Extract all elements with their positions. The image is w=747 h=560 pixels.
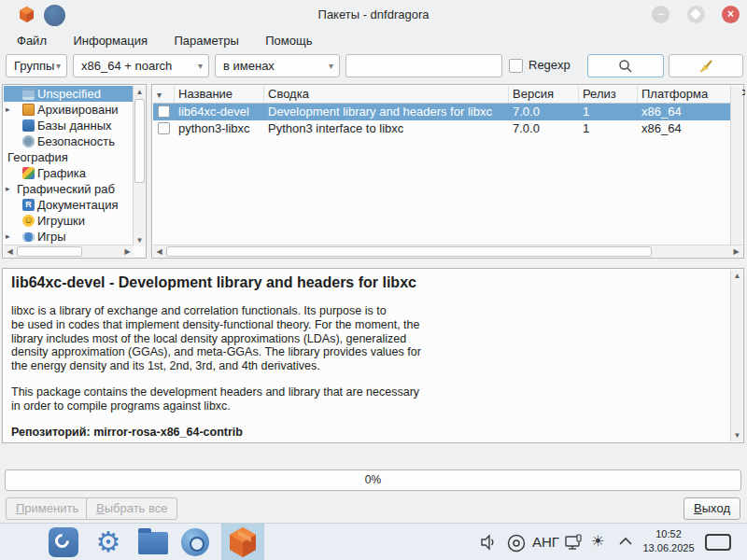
maximize-button[interactable] bbox=[687, 6, 705, 23]
sidebar-item-graphical-desktop[interactable]: ▸ Графический раб bbox=[4, 181, 134, 197]
database-icon bbox=[22, 119, 35, 132]
browser-button[interactable] bbox=[181, 527, 211, 557]
sidebar-item-security[interactable]: Безопасность bbox=[4, 133, 134, 149]
browser-icon bbox=[181, 528, 209, 556]
sidebar-item-geography[interactable]: География bbox=[4, 149, 134, 165]
apply-button[interactable]: Применить bbox=[6, 497, 89, 520]
apply-button-mnemonic: П bbox=[16, 501, 24, 515]
sidebar-item-documentation[interactable]: R Документация bbox=[4, 197, 134, 213]
volume-icon[interactable] bbox=[479, 533, 498, 552]
select-all-button[interactable]: Выбрать все bbox=[86, 497, 177, 520]
scroll-right-icon[interactable]: ▶ bbox=[121, 245, 134, 258]
cell-platform: x86_64 bbox=[638, 120, 735, 137]
tree-horizontal-scrollbar[interactable]: ◀ ▶ bbox=[4, 245, 134, 257]
select-all-button-mnemonic: В bbox=[96, 501, 105, 515]
scroll-left-icon[interactable]: ◀ bbox=[4, 245, 16, 258]
table-hscrollbar-thumb[interactable] bbox=[166, 246, 652, 257]
table-header: ▾ Название Сводка Версия Релиз Платформа… bbox=[153, 86, 742, 104]
sort-arrow-icon: ▾ bbox=[157, 90, 162, 100]
sidebar-item-archiving[interactable]: ▸ Архивировани bbox=[4, 102, 134, 118]
scroll-down-icon[interactable]: ▼ bbox=[134, 234, 146, 246]
package-details-panel: lib64xc-devel - Development library and … bbox=[2, 268, 744, 443]
show-desktop-button[interactable] bbox=[705, 534, 731, 551]
regexp-label: Regexp bbox=[529, 58, 571, 72]
table-horizontal-scrollbar[interactable]: ◀ ▶ bbox=[153, 245, 742, 257]
scroll-right-icon[interactable]: ▶ bbox=[730, 245, 742, 258]
launcher-button[interactable] bbox=[49, 527, 78, 557]
chevron-down-icon: ▾ bbox=[56, 55, 61, 77]
cell-release: 1 bbox=[579, 104, 638, 120]
column-header-version[interactable]: Версия bbox=[509, 86, 579, 103]
sidebar-item-games[interactable]: ▸ Игры bbox=[4, 229, 134, 245]
scroll-left-icon[interactable]: ◀ bbox=[153, 245, 165, 258]
folder-icon bbox=[138, 532, 168, 554]
expander-icon[interactable]: ▸ bbox=[6, 102, 10, 118]
table-row[interactable]: lib64xc-devel Development library and he… bbox=[153, 104, 730, 120]
file-manager-button[interactable] bbox=[138, 527, 168, 557]
keyboard-layout-indicator[interactable]: АНГ bbox=[532, 534, 559, 550]
dnfdragora-task-button[interactable] bbox=[228, 527, 258, 557]
scroll-down-icon[interactable]: ▼ bbox=[731, 429, 743, 441]
menu-file[interactable]: Файл bbox=[13, 32, 50, 49]
tree-vertical-scrollbar[interactable]: ▲ ▼ bbox=[133, 86, 145, 246]
clock[interactable]: 10:52 13.06.2025 bbox=[642, 527, 695, 555]
tree-hscrollbar-thumb[interactable] bbox=[17, 246, 82, 257]
regexp-checkbox[interactable] bbox=[509, 59, 523, 73]
details-title: lib64xc-devel - Development library and … bbox=[11, 274, 716, 291]
sidebar-item-databases[interactable]: Базы данных bbox=[4, 118, 134, 133]
settings-button[interactable]: ⚙ bbox=[93, 527, 123, 557]
brush-icon bbox=[698, 58, 714, 75]
sidebar-item-label: Игры bbox=[37, 230, 66, 244]
tree-scrollbar-thumb[interactable] bbox=[134, 99, 145, 183]
sidebar-item-label: Игрушки bbox=[37, 214, 85, 228]
row-checkbox[interactable] bbox=[158, 122, 170, 134]
minimize-button[interactable]: − bbox=[652, 6, 669, 23]
table-vertical-scrollbar[interactable] bbox=[730, 86, 742, 245]
row-checkbox[interactable] bbox=[158, 105, 170, 118]
sidebar-item-unspecified[interactable]: Unspecified bbox=[4, 86, 134, 102]
menu-help[interactable]: Помощь bbox=[261, 32, 316, 49]
menu-information[interactable]: Информация bbox=[69, 32, 151, 49]
expander-icon[interactable]: ▸ bbox=[6, 181, 10, 197]
sidebar-item-label: Unspecified bbox=[37, 87, 101, 101]
progress-value: 0% bbox=[365, 473, 381, 486]
details-description-2: This package contains the development he… bbox=[11, 385, 716, 413]
sidebar-item-label: Базы данных bbox=[37, 119, 112, 133]
sidebar-item-label: Графика bbox=[37, 166, 86, 180]
sidebar-item-toys[interactable]: ☺ Игрушки bbox=[4, 213, 134, 229]
group-tree: Unspecified ▸ Архивировани Базы данных Б… bbox=[4, 86, 134, 245]
sidebar-item-label: География bbox=[7, 150, 68, 164]
sidebar-item-graphics[interactable]: Графика bbox=[4, 165, 134, 181]
details-vertical-scrollbar[interactable]: ▲ ▼ bbox=[730, 270, 742, 441]
column-header-name[interactable]: Название bbox=[175, 86, 264, 103]
smiley-icon: ☺ bbox=[22, 215, 35, 227]
scroll-up-icon[interactable]: ▲ bbox=[134, 86, 146, 98]
close-button[interactable]: × bbox=[722, 6, 740, 23]
details-description: libxc is a library of exchange and corre… bbox=[11, 304, 716, 373]
match-field-combo[interactable]: в именах ▾ bbox=[215, 54, 340, 77]
menu-options[interactable]: Параметры bbox=[170, 32, 242, 49]
brightness-icon[interactable]: ☀ bbox=[591, 532, 604, 550]
package-table-panel: ▾ Название Сводка Версия Релиз Платформа… bbox=[151, 84, 744, 259]
table-row[interactable]: python3-libxc Python3 interface to libxc… bbox=[153, 120, 730, 137]
arch-filter-combo[interactable]: x86_64 + noarch ▾ bbox=[73, 54, 209, 77]
search-icon bbox=[617, 58, 634, 75]
column-header-release[interactable]: Релиз bbox=[579, 86, 638, 103]
search-input[interactable] bbox=[345, 54, 502, 77]
close-icon: × bbox=[727, 7, 734, 21]
column-header-select[interactable]: ▾ bbox=[153, 86, 175, 103]
maximize-icon bbox=[690, 8, 700, 19]
column-header-platform[interactable]: Платформа bbox=[638, 86, 735, 103]
column-header-summary[interactable]: Сводка bbox=[264, 86, 509, 103]
search-button[interactable] bbox=[587, 54, 664, 77]
filter-groups-combo[interactable]: Группы ▾ bbox=[6, 54, 67, 77]
quit-button[interactable]: Выход bbox=[684, 497, 740, 520]
sidebar-item-label: Архивировани bbox=[37, 103, 119, 117]
clock-time: 10:52 bbox=[642, 527, 695, 541]
expander-icon[interactable]: ▸ bbox=[6, 229, 10, 245]
chevron-up-icon[interactable] bbox=[618, 537, 633, 546]
display-icon[interactable] bbox=[564, 533, 585, 553]
disc-icon[interactable] bbox=[506, 533, 527, 553]
scroll-up-icon[interactable]: ▲ bbox=[731, 270, 743, 282]
clear-search-button[interactable] bbox=[669, 54, 743, 77]
